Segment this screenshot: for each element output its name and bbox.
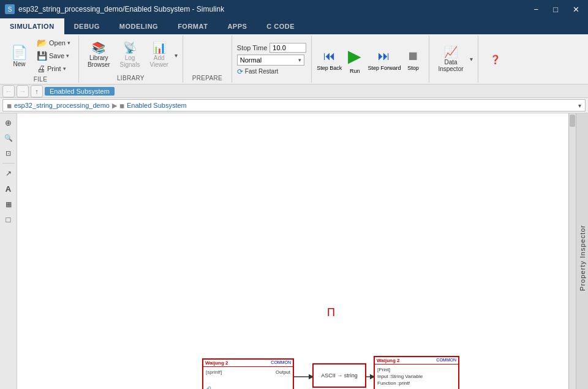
save-button[interactable]: 💾 Save ▾ <box>34 50 74 62</box>
stop-button[interactable]: ⏹ <box>402 47 424 65</box>
arrow-ascii1-to-block3 <box>366 374 374 380</box>
run-button[interactable]: ▶ <box>343 44 366 68</box>
tab-ccode[interactable]: C CODE <box>257 18 304 34</box>
minimize-button[interactable]: − <box>530 4 543 15</box>
tab-format[interactable]: FORMAT <box>168 18 217 34</box>
app-icon: S <box>5 4 15 14</box>
breadcrumb-child[interactable]: Enabled Subsystem <box>127 102 187 109</box>
navigate-button[interactable]: ⊕ <box>2 116 15 129</box>
step-forward-group: ⏭ Step Forward <box>368 47 401 71</box>
block-ascii-1[interactable]: ASCII → string <box>312 363 366 388</box>
log-signals-label: LogSignals <box>120 55 140 68</box>
titlebar-controls[interactable]: − □ ✕ <box>530 4 583 15</box>
stop-icon: ⏹ <box>407 49 419 63</box>
step-back-group: ⏮ Step Back <box>317 47 342 71</box>
tab-apps[interactable]: APPS <box>217 18 257 34</box>
library-section-label: LIBRARY <box>117 75 145 81</box>
new-button[interactable]: 📄 New <box>7 43 31 69</box>
add-viewer-label: AddViewer <box>149 55 168 68</box>
image-button[interactable]: ▦ <box>2 197 15 211</box>
step-back-icon: ⏮ <box>323 49 336 63</box>
file-section-label: FILE <box>34 76 47 83</box>
forward-button[interactable]: → <box>17 85 29 97</box>
step-forward-button[interactable]: ⏭ <box>373 47 395 65</box>
block-sprintf-1[interactable]: Waijung 2 COMMON [sprintf] Output 🔗 <box>202 358 294 389</box>
help-button[interactable]: ❓ <box>483 53 508 66</box>
library-dropdown-arrow[interactable]: ▾ <box>175 52 178 59</box>
library-browser-icon: 📚 <box>92 42 105 53</box>
step-forward-label: Step Forward <box>368 65 401 71</box>
save-dropdown-arrow: ▾ <box>66 53 69 59</box>
review-dropdown-arrow[interactable]: ▾ <box>470 56 473 62</box>
maximize-button[interactable]: □ <box>549 4 562 15</box>
mini-toolbar: ← → ↑ Enabled Subsystem <box>0 85 588 98</box>
zoom-in-button[interactable]: 🔍 <box>2 131 15 145</box>
titlebar-left: S esp32_string_processing_demo/Enabled S… <box>5 4 224 14</box>
fast-restart-row: ⟳ Fast Restart <box>237 67 307 76</box>
step-back-button[interactable]: ⏮ <box>318 47 341 65</box>
mode-select[interactable]: Normal ▾ <box>237 55 304 66</box>
prepare-section-label: PREPARE <box>192 75 222 81</box>
canvas-area[interactable]: П Waijung 2 COMMON [sprintf] Output 🔗 AS… <box>17 113 576 389</box>
back-button[interactable]: ← <box>2 85 15 97</box>
stop-time-input[interactable] <box>270 43 306 53</box>
nav-area: ← → ↑ Enabled Subsystem ◼ esp32_string_p… <box>0 85 588 113</box>
print-button[interactable]: 🖨 Print ▾ <box>34 62 74 75</box>
ribbon-section-review: 📈 DataInspector ▾ <box>429 36 478 83</box>
ribbon-tabs: SIMULATION DEBUG MODELING FORMAT APPS C … <box>0 18 588 34</box>
vertical-scrollbar[interactable] <box>568 113 576 389</box>
block-print-1[interactable]: Waijung 2 COMMON [Print]Input :String Va… <box>374 356 459 389</box>
block3-header: Waijung 2 COMMON <box>375 357 458 364</box>
run-label: Run <box>350 68 360 74</box>
breadcrumb-dropdown[interactable]: ▾ <box>578 102 581 109</box>
scrollbar-thumb[interactable] <box>570 115 575 127</box>
block-ascii1-content: ASCII → string <box>314 364 365 387</box>
breadcrumb-separator: ▶ <box>112 102 117 110</box>
left-toolbar: ⊕ 🔍 ⊡ ↗ A ▦ □ <box>0 113 17 389</box>
save-label: Save <box>49 52 64 59</box>
mode-value: Normal <box>240 56 262 64</box>
print-label: Print <box>47 65 61 72</box>
breadcrumb-root[interactable]: esp32_string_processing_demo <box>14 102 110 109</box>
add-viewer-button[interactable]: 📊 AddViewer <box>146 40 172 70</box>
mode-dropdown-arrow: ▾ <box>298 57 301 63</box>
run-group: ▶ Run <box>343 44 366 74</box>
arrow-button[interactable]: ↗ <box>2 167 15 180</box>
open-dropdown-arrow: ▾ <box>67 40 70 46</box>
library-buttons: 📚 LibraryBrowser 📡 LogSignals 📊 AddViewe… <box>84 37 178 74</box>
data-inspector-button[interactable]: 📈 DataInspector <box>434 45 467 74</box>
text-button[interactable]: A <box>2 182 15 195</box>
block3-content: [Print]Input :String VariableFunction :p… <box>375 364 458 389</box>
stop-label: Stop <box>407 65 419 71</box>
fast-restart-icon: ⟳ <box>237 67 243 76</box>
property-inspector[interactable]: Property Inspector <box>576 113 588 389</box>
ribbon-section-library: 📚 LibraryBrowser 📡 LogSignals 📊 AddViewe… <box>79 36 183 83</box>
simulate-controls: Stop Time Normal ▾ ⟳ Fast Restart <box>232 36 312 83</box>
open-icon: 📂 <box>37 38 47 48</box>
up-button[interactable]: ↑ <box>31 85 43 97</box>
window-title: esp32_string_processing_demo/Enabled Sub… <box>18 5 224 13</box>
step-forward-icon: ⏭ <box>378 49 390 63</box>
block1-header: Waijung 2 COMMON <box>203 360 293 367</box>
tab-debug[interactable]: DEBUG <box>64 18 110 34</box>
close-button[interactable]: ✕ <box>569 4 583 15</box>
box-button[interactable]: □ <box>2 213 15 226</box>
data-inspector-label: DataInspector <box>438 59 463 72</box>
arrow-1-to-ascii1 <box>294 374 312 380</box>
log-signals-button[interactable]: 📡 LogSignals <box>116 40 144 70</box>
stop-time-row: Stop Time <box>237 43 307 53</box>
ribbon-section-file: 📄 New 📂 Open ▾ 💾 Save ▾ 🖨 Print ▾ <box>2 36 79 83</box>
breadcrumb-child-icon: ◼ <box>119 102 124 109</box>
data-inspector-group: 📈 DataInspector <box>434 45 467 74</box>
step-back-label: Step Back <box>317 65 342 71</box>
active-tab-label[interactable]: Enabled Subsystem <box>45 87 115 96</box>
library-browser-button[interactable]: 📚 LibraryBrowser <box>84 40 114 70</box>
simulate-buttons-section: ⏮ Step Back ▶ Run ⏭ Step Forward ⏹ Stop <box>312 36 429 83</box>
tab-modeling[interactable]: MODELING <box>110 18 168 34</box>
open-button[interactable]: 📂 Open ▾ <box>34 37 74 49</box>
mode-row: Normal ▾ <box>237 55 307 66</box>
log-signals-icon: 📡 <box>123 42 137 53</box>
fit-button[interactable]: ⊡ <box>2 146 15 160</box>
tab-simulation[interactable]: SIMULATION <box>0 18 64 34</box>
toolbar-divider-1 <box>2 163 15 164</box>
